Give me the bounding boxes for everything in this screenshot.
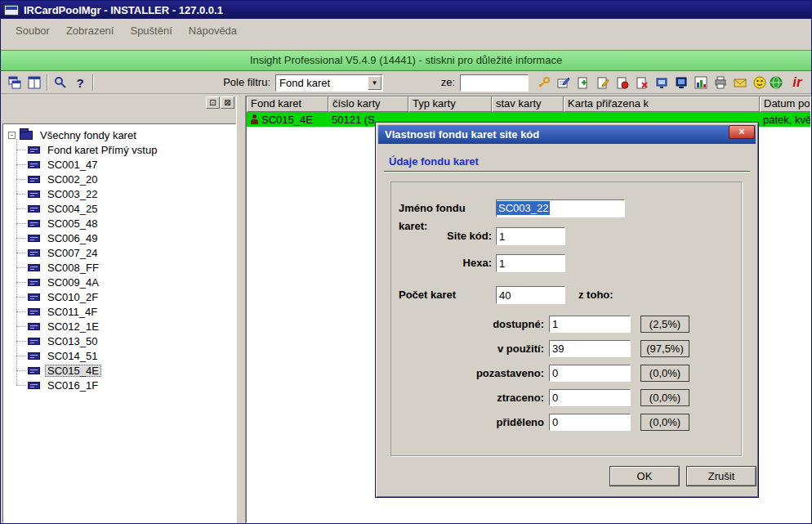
edit-document-icon[interactable] bbox=[594, 74, 612, 92]
tree-item[interactable]: SC002_20 bbox=[28, 172, 235, 186]
tree-item[interactable]: SC012_1E bbox=[28, 319, 235, 334]
delete-document-icon[interactable] bbox=[633, 74, 651, 92]
card-pool-icon bbox=[28, 205, 40, 213]
new-document-icon[interactable] bbox=[574, 74, 592, 92]
tree-item-label: SC003_22 bbox=[45, 188, 100, 200]
tree-item[interactable]: SC001_47 bbox=[28, 157, 235, 172]
filter-field-label: Pole filtru: bbox=[195, 71, 270, 94]
from-field-label: ze: bbox=[419, 71, 455, 94]
filter-dropdown[interactable]: Fond karet ▼ bbox=[275, 74, 383, 92]
card-count-input[interactable] bbox=[496, 286, 565, 304]
help-icon[interactable]: ? bbox=[71, 74, 89, 92]
lost-percent: (0,0%) bbox=[640, 389, 689, 406]
suspended-label: pozastaveno: bbox=[425, 365, 544, 382]
card-reader-icon[interactable] bbox=[653, 74, 671, 92]
card-pool-icon bbox=[28, 235, 40, 242]
menu-napoveda[interactable]: Nápověda bbox=[181, 21, 245, 40]
tree-item[interactable]: SC005_48 bbox=[28, 216, 235, 231]
edit-card-icon[interactable] bbox=[555, 74, 573, 92]
tree-item[interactable]: SC016_1F bbox=[28, 378, 235, 392]
card-pool-icon bbox=[28, 293, 40, 301]
available-input[interactable] bbox=[549, 316, 631, 333]
column-header-karta-prirazena[interactable]: Karta přiřazena k bbox=[564, 96, 760, 112]
close-icon[interactable]: × bbox=[729, 125, 755, 139]
tree-item[interactable]: SC006_49 bbox=[28, 231, 235, 245]
pane-close-button[interactable]: ⊠ bbox=[221, 96, 234, 109]
card-pool-icon bbox=[28, 146, 40, 154]
available-label: dostupné: bbox=[425, 316, 544, 333]
tree-item-label: SC011_4F bbox=[45, 306, 100, 318]
pane-dock-button[interactable]: ⊡ bbox=[206, 96, 220, 109]
tree-item-label: SC004_25 bbox=[45, 203, 100, 215]
tree-item-label: SC007_24 bbox=[45, 247, 100, 259]
chart-icon[interactable] bbox=[692, 74, 710, 92]
assigned-percent: (0,0%) bbox=[640, 414, 689, 431]
tree-item-label: SC016_1F bbox=[45, 379, 100, 392]
suspended-input[interactable] bbox=[549, 365, 631, 382]
in-use-label: v použití: bbox=[425, 340, 544, 357]
cancel-button[interactable]: Zrušit bbox=[686, 466, 756, 486]
column-header-fond-karet[interactable]: Fond karet bbox=[247, 96, 328, 112]
pool-name-value: SC003_22 bbox=[497, 201, 550, 215]
smiley-icon[interactable] bbox=[751, 74, 769, 92]
dialog-title: Vlastnosti fondu karet site kód bbox=[385, 128, 539, 141]
card-pool-icon bbox=[28, 308, 40, 316]
tree-item[interactable]: SC010_2F bbox=[28, 289, 235, 304]
cascade-windows-icon[interactable] bbox=[6, 74, 24, 92]
tree-item[interactable]: SC014_51 bbox=[28, 348, 235, 363]
tree-item-selected[interactable]: SC015_4E bbox=[28, 363, 235, 378]
pool-name-input[interactable]: SC003_22 bbox=[496, 199, 625, 217]
tree-pane-header: ⊡ ⊠ bbox=[2, 96, 236, 110]
lost-label: ztraceno: bbox=[425, 389, 544, 406]
chevron-down-icon[interactable]: ▼ bbox=[368, 76, 381, 90]
column-header-stav-karty[interactable]: stav karty bbox=[492, 96, 564, 112]
hexa-input[interactable] bbox=[496, 254, 565, 272]
pool-properties-dialog: Vlastnosti fondu karet site kód × Údaje … bbox=[375, 122, 759, 498]
tree-item[interactable]: SC004_25 bbox=[28, 201, 235, 216]
in-use-input[interactable] bbox=[549, 340, 631, 357]
ok-button[interactable]: OK bbox=[609, 466, 680, 486]
dialog-title-bar[interactable]: Vlastnosti fondu karet site kód bbox=[378, 125, 756, 144]
tree-item[interactable]: SC008_FF bbox=[28, 260, 235, 275]
mark-document-icon[interactable] bbox=[613, 74, 631, 92]
tile-windows-icon[interactable] bbox=[25, 74, 43, 92]
card-pool-icon bbox=[28, 190, 40, 198]
card-pool-icon bbox=[28, 279, 40, 286]
pane-splitter[interactable] bbox=[236, 96, 246, 523]
tree-item[interactable]: SC013_50 bbox=[28, 334, 235, 348]
menu-spusteni[interactable]: Spuštění bbox=[122, 21, 180, 40]
search-icon[interactable] bbox=[51, 74, 69, 92]
site-code-input[interactable] bbox=[496, 227, 565, 245]
from-input[interactable] bbox=[460, 74, 529, 92]
column-header-cislo-karty[interactable]: číslo karty bbox=[328, 96, 408, 112]
cell-fond-value: SC015_4E bbox=[261, 114, 313, 126]
tree-item[interactable]: SC009_4A bbox=[28, 275, 235, 289]
key-icon[interactable] bbox=[535, 74, 553, 92]
of-which-label: z toho: bbox=[578, 286, 613, 304]
tree-item-label: SC010_2F bbox=[45, 291, 100, 303]
menu-bar: Soubor Zobrazení Spuštění Nápověda bbox=[1, 19, 811, 42]
terminal-icon[interactable] bbox=[672, 74, 690, 92]
assigned-input[interactable] bbox=[549, 414, 631, 431]
tree-item-label: SC008_FF bbox=[45, 262, 101, 274]
column-header-typ-karty[interactable]: Typ karty bbox=[408, 96, 492, 112]
mail-icon[interactable] bbox=[731, 74, 749, 92]
info-banner[interactable]: Insight Professional V5.4.9 (14441) - st… bbox=[1, 50, 811, 71]
title-bar[interactable]: IRCardPoolMgr - INSTALLER - 127.0.0.1 bbox=[1, 1, 811, 19]
tree-item[interactable]: SC011_4F bbox=[28, 304, 235, 319]
menu-zobrazeni[interactable]: Zobrazení bbox=[58, 21, 123, 40]
column-header-datum[interactable]: Datum po bbox=[760, 96, 811, 112]
printer-icon[interactable] bbox=[712, 74, 729, 92]
tree-root[interactable]: - Všechny fondy karet bbox=[7, 128, 235, 142]
card-pool-icon bbox=[28, 264, 40, 271]
menu-soubor[interactable]: Soubor bbox=[7, 21, 58, 40]
tree-item[interactable]: SC003_22 bbox=[28, 186, 235, 201]
tree-item[interactable]: SC007_24 bbox=[28, 245, 235, 260]
tree-item-label: SC014_51 bbox=[45, 350, 100, 362]
tree-item[interactable]: Fond karet Přímý vstup bbox=[28, 142, 235, 157]
globe-icon[interactable] bbox=[767, 74, 785, 92]
tree-expander-icon[interactable]: - bbox=[8, 132, 16, 139]
available-percent: (2,5%) bbox=[640, 316, 689, 333]
pool-folder-icon bbox=[20, 131, 33, 140]
lost-input[interactable] bbox=[549, 389, 631, 406]
